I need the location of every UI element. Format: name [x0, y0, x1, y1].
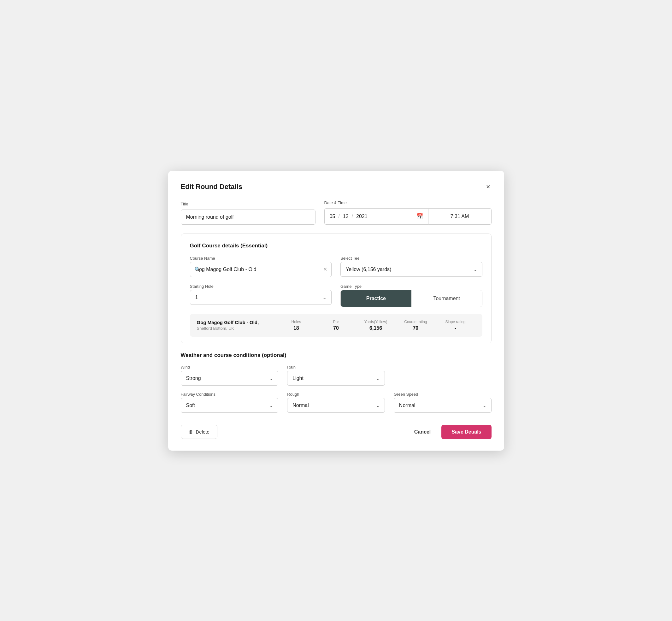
yards-value: 6,156: [356, 325, 395, 331]
modal-header: Edit Round Details ×: [181, 182, 492, 192]
holes-stat: Holes 18: [277, 320, 316, 331]
delete-label: Delete: [196, 429, 209, 434]
par-stat: Par 70: [316, 320, 356, 331]
slope-rating-label: Slope rating: [435, 320, 475, 324]
fairway-select[interactable]: Dry Normal Soft Wet: [181, 398, 279, 413]
golf-course-title: Golf Course details (Essential): [190, 243, 482, 249]
wind-select[interactable]: None Light Moderate Strong: [181, 371, 279, 385]
course-search-input[interactable]: [190, 262, 332, 277]
calendar-icon: 📅: [416, 213, 423, 220]
rough-select-wrapper: Short Normal Long ⌄: [287, 398, 385, 413]
golf-course-section: Golf Course details (Essential) Course N…: [181, 234, 492, 343]
top-row: Title Date & Time 05 / 12 / 2021 📅 7:31 …: [181, 200, 492, 225]
search-icon: 🔍: [194, 266, 201, 272]
clear-icon[interactable]: ✕: [323, 266, 327, 272]
trash-icon: 🗑: [189, 429, 194, 434]
conditions-row: Fairway Conditions Dry Normal Soft Wet ⌄…: [181, 392, 492, 413]
yards-label: Yards(Yellow): [356, 320, 395, 324]
hole-gametype-row: Starting Hole 1234 5678 910 ⌄ Game Type …: [190, 284, 482, 307]
game-type-col: Game Type Practice Tournament: [340, 284, 482, 307]
par-value: 70: [316, 325, 356, 331]
wind-rain-row: Wind None Light Moderate Strong ⌄ Rain N…: [181, 365, 492, 385]
date-box[interactable]: 05 / 12 / 2021 📅: [324, 208, 428, 225]
datetime-label: Date & Time: [324, 200, 492, 205]
course-info-bar: Gog Magog Golf Club - Old, Shelford Bott…: [190, 314, 482, 337]
course-rating-stat: Course rating 70: [395, 320, 435, 331]
modal-title: Edit Round Details: [181, 183, 243, 191]
green-speed-col: Green Speed Slow Normal Fast Very Fast ⌄: [394, 392, 492, 413]
slash1: /: [338, 214, 339, 219]
green-speed-select-wrapper: Slow Normal Fast Very Fast ⌄: [394, 398, 492, 413]
course-rating-label: Course rating: [395, 320, 435, 324]
fairway-col: Fairway Conditions Dry Normal Soft Wet ⌄: [181, 392, 279, 413]
datetime-field-group: Date & Time 05 / 12 / 2021 📅 7:31 AM: [324, 200, 492, 225]
green-speed-label: Green Speed: [394, 392, 492, 397]
tournament-button[interactable]: Tournament: [411, 290, 482, 307]
cancel-button[interactable]: Cancel: [411, 425, 434, 439]
footer-right: Cancel Save Details: [411, 425, 492, 439]
select-tee-col: Select Tee Yellow (6,156 yards) White (6…: [340, 256, 482, 277]
course-name-label: Course Name: [190, 256, 332, 261]
slope-rating-value: -: [435, 325, 475, 331]
select-tee-label: Select Tee: [340, 256, 482, 261]
starting-hole-col: Starting Hole 1234 5678 910 ⌄: [190, 284, 332, 307]
practice-button[interactable]: Practice: [341, 290, 411, 307]
rough-select[interactable]: Short Normal Long: [287, 398, 385, 413]
course-info-name: Gog Magog Golf Club - Old, Shelford Bott…: [197, 320, 277, 331]
slash2: /: [352, 214, 353, 219]
fairway-label: Fairway Conditions: [181, 392, 279, 397]
tee-select-wrapper: Yellow (6,156 yards) White (6,500 yards)…: [340, 262, 482, 277]
course-tee-row: Course Name 🔍 ✕ Select Tee Yellow (6,156…: [190, 256, 482, 277]
holes-value: 18: [277, 325, 316, 331]
title-field-group: Title: [181, 202, 316, 225]
fairway-select-wrapper: Dry Normal Soft Wet ⌄: [181, 398, 279, 413]
time-value: 7:31 AM: [451, 214, 469, 219]
wind-select-wrapper: None Light Moderate Strong ⌄: [181, 371, 279, 385]
game-type-toggle: Practice Tournament: [340, 290, 482, 307]
rough-col: Rough Short Normal Long ⌄: [287, 392, 385, 413]
save-button[interactable]: Save Details: [442, 425, 491, 439]
wind-label: Wind: [181, 365, 279, 370]
holes-label: Holes: [277, 320, 316, 324]
starting-hole-label: Starting Hole: [190, 284, 332, 289]
title-label: Title: [181, 202, 316, 206]
time-box[interactable]: 7:31 AM: [428, 208, 492, 225]
rain-col: Rain None Light Moderate Heavy ⌄: [287, 365, 385, 385]
wind-col: Wind None Light Moderate Strong ⌄: [181, 365, 279, 385]
title-input[interactable]: [181, 210, 316, 225]
tee-select[interactable]: Yellow (6,156 yards) White (6,500 yards)…: [340, 262, 482, 277]
green-speed-select[interactable]: Slow Normal Fast Very Fast: [394, 398, 492, 413]
slope-rating-stat: Slope rating -: [435, 320, 475, 331]
yards-stat: Yards(Yellow) 6,156: [356, 320, 395, 331]
course-name-col: Course Name 🔍 ✕: [190, 256, 332, 277]
weather-section: Weather and course conditions (optional)…: [181, 352, 492, 413]
delete-button[interactable]: 🗑 Delete: [181, 425, 217, 439]
hole-select[interactable]: 1234 5678 910: [190, 290, 332, 305]
rain-select-wrapper: None Light Moderate Heavy ⌄: [287, 371, 385, 385]
course-location: Shelford Bottom, UK: [197, 326, 277, 331]
rough-label: Rough: [287, 392, 385, 397]
date-time-row: 05 / 12 / 2021 📅 7:31 AM: [324, 208, 492, 225]
close-button[interactable]: ×: [485, 182, 492, 192]
course-search-wrapper: 🔍 ✕: [190, 262, 332, 277]
game-type-label: Game Type: [340, 284, 482, 289]
par-label: Par: [316, 320, 356, 324]
course-rating-value: 70: [395, 325, 435, 331]
footer-row: 🗑 Delete Cancel Save Details: [181, 422, 492, 439]
rain-label: Rain: [287, 365, 385, 370]
course-name-display: Gog Magog Golf Club - Old,: [197, 320, 277, 325]
weather-title: Weather and course conditions (optional): [181, 352, 492, 359]
rain-select[interactable]: None Light Moderate Heavy: [287, 371, 385, 385]
date-year: 2021: [356, 214, 368, 219]
date-month: 05: [330, 214, 335, 219]
edit-round-modal: Edit Round Details × Title Date & Time 0…: [168, 171, 504, 451]
hole-select-wrapper: 1234 5678 910 ⌄: [190, 290, 332, 305]
date-day: 12: [343, 214, 349, 219]
